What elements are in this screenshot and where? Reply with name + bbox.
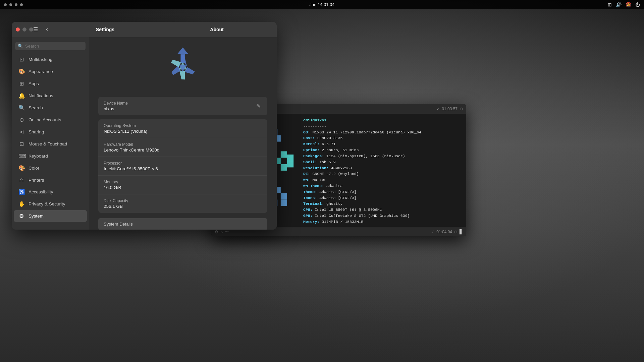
window-close-button[interactable] bbox=[16, 27, 20, 32]
window-minimize-button[interactable] bbox=[22, 27, 26, 32]
term-de-key: DE: bbox=[303, 172, 313, 176]
sidebar-item-label: Apps bbox=[29, 81, 39, 86]
term-packages-key: Packages: bbox=[303, 154, 326, 158]
search-input[interactable] bbox=[25, 44, 83, 49]
device-name-section: Device Name nixos ✎ bbox=[98, 97, 267, 115]
terminal-tab-right: ✓ 01:03:57 ⊙ bbox=[436, 107, 463, 111]
os-label: Operating System bbox=[104, 123, 147, 128]
sidebar-item-online-accounts[interactable]: ⊙ Online Accounts bbox=[14, 114, 87, 126]
sidebar-item-mouse-touchpad[interactable]: ⊡ Mouse & Touchpad bbox=[14, 138, 87, 150]
apps-icon: ⊞ bbox=[18, 80, 24, 87]
edit-device-name-button[interactable]: ✎ bbox=[255, 102, 262, 111]
hamburger-menu-button[interactable]: ☰ bbox=[33, 26, 38, 33]
topbar: Jan 14 01:04 ⊞ 🔊 🔕 ⏻ bbox=[0, 0, 644, 9]
multitasking-icon: ⊡ bbox=[18, 56, 24, 63]
os-value: NixOS 24.11 (Vicuna) bbox=[104, 129, 147, 134]
device-name-value: nixos bbox=[104, 106, 128, 111]
sidebar-item-appearance[interactable]: 🎨 Appearance bbox=[14, 66, 87, 77]
term-wmtheme-key: WM Theme: bbox=[303, 184, 326, 188]
hardware-value: Lenovo ThinkCentre M920q bbox=[104, 147, 159, 153]
window-controls bbox=[16, 27, 33, 32]
sidebar-item-notifications[interactable]: 🔔 Notifications bbox=[14, 90, 87, 102]
power-icon[interactable]: ⏻ bbox=[635, 2, 640, 7]
term-icons-key: Icons: bbox=[303, 196, 319, 200]
window-maximize-button[interactable] bbox=[29, 27, 33, 32]
terminal-time-1: 01:03:57 bbox=[442, 107, 458, 111]
sidebar-item-printers[interactable]: 🖨 Printers bbox=[14, 174, 87, 186]
search-icon: 🔍 bbox=[18, 44, 23, 49]
settings-body: 🔍 ⊡ Multitasking 🎨 Appearance ⊞ Apps 🔔 N… bbox=[12, 37, 277, 230]
svg-rect-24 bbox=[281, 151, 287, 158]
term-resolution-val: 4096x2160 bbox=[331, 166, 352, 170]
topbar-left bbox=[4, 3, 23, 6]
memory-label: Memory bbox=[104, 180, 121, 184]
sidebar-item-label: Appearance bbox=[29, 69, 53, 74]
sidebar-item-sharing[interactable]: ⊲ Sharing bbox=[14, 126, 87, 138]
system-info-section: Operating System NixOS 24.11 (Vicuna) Ha… bbox=[98, 119, 267, 213]
settings-window: ☰ ‹ Settings About 🔍 ⊡ Multitasking 🎨 Ap… bbox=[12, 22, 277, 230]
check-icon: ✓ bbox=[436, 107, 440, 111]
sharing-icon: ⊲ bbox=[18, 129, 24, 135]
notifications-icon: 🔔 bbox=[18, 93, 24, 99]
clock-bottom-icon: ⊙ bbox=[454, 230, 458, 234]
term-wm-val: Mutter bbox=[313, 178, 326, 182]
gear-bottom-icon: ⚙ bbox=[215, 230, 218, 234]
term-cpu-key: CPU: bbox=[303, 207, 315, 212]
sidebar-item-label: Privacy & Security bbox=[29, 201, 65, 206]
sidebar-item-accessibility[interactable]: ♿ Accessibility bbox=[14, 186, 87, 198]
svg-rect-25 bbox=[287, 161, 293, 167]
keyboard-icon: ⌨ bbox=[18, 153, 24, 159]
term-shell-key: Shell: bbox=[303, 160, 319, 164]
device-name-row: Device Name nixos ✎ bbox=[98, 97, 267, 115]
term-uptime-key: Uptime: bbox=[303, 148, 322, 152]
sidebar-item-label: Notifications bbox=[29, 93, 53, 98]
term-packages-val: 1124 (nix-system), 1566 (nix-user) bbox=[326, 154, 405, 158]
settings-sidebar: 🔍 ⊡ Multitasking 🎨 Appearance ⊞ Apps 🔔 N… bbox=[12, 37, 89, 230]
privacy-icon: ✋ bbox=[18, 201, 24, 207]
term-kernel-val: 6.6.71 bbox=[322, 142, 335, 146]
sidebar-item-label: Accessibility bbox=[29, 189, 53, 194]
bell-icon[interactable]: 🔕 bbox=[626, 2, 631, 7]
network-icon[interactable]: ⊞ bbox=[608, 2, 612, 7]
sidebar-item-search[interactable]: 🔍 Search bbox=[14, 102, 87, 114]
settings-main-content: Device Name nixos ✎ Operating System Nix… bbox=[89, 37, 277, 230]
sidebar-item-color[interactable]: 🎨 Color bbox=[14, 162, 87, 174]
sidebar-item-label: System bbox=[29, 214, 44, 219]
settings-titlebar: ☰ ‹ Settings About bbox=[12, 22, 277, 37]
hardware-row: Hardware Model Lenovo ThinkCentre M920q bbox=[98, 138, 267, 157]
topbar-dot-2 bbox=[9, 3, 12, 6]
terminal-time-2: 01:04:04 bbox=[436, 230, 452, 234]
term-uptime-val: 2 hours, 51 mins bbox=[322, 148, 359, 152]
device-name-info: Device Name nixos bbox=[104, 101, 128, 111]
term-host-val: LENOVO 3136 bbox=[317, 136, 342, 140]
term-de-val: GNOME 47.2 (Wayland) bbox=[313, 172, 359, 176]
term-wmtheme-val: Adwaita bbox=[326, 184, 342, 188]
sidebar-item-keyboard[interactable]: ⌨ Keyboard bbox=[14, 150, 87, 162]
topbar-dot-1 bbox=[4, 3, 7, 6]
system-details-button[interactable]: System Details bbox=[98, 218, 267, 230]
separator-display: ---------- bbox=[303, 124, 326, 128]
terminal-cursor: ▋ bbox=[460, 229, 463, 234]
term-icons-val: Adwaita [GTK2/3] bbox=[319, 196, 356, 200]
volume-icon[interactable]: 🔊 bbox=[616, 2, 622, 7]
back-button[interactable]: ‹ bbox=[46, 26, 48, 33]
term-cpu-val: Intel i5-8500T (6) @ 3.500GHz bbox=[315, 207, 382, 212]
term-theme-val: Adwaita [GTK2/3] bbox=[319, 190, 356, 194]
memory-row: Memory 16.0 GiB bbox=[98, 176, 267, 194]
hardware-label: Hardware Model bbox=[104, 142, 159, 147]
processor-value: Intel® Core™ i5-8500T × 6 bbox=[104, 166, 158, 171]
sidebar-item-apps[interactable]: ⊞ Apps bbox=[14, 78, 87, 89]
disk-row: Disk Capacity 256.1 GB bbox=[98, 194, 267, 213]
sidebar-search-box[interactable]: 🔍 bbox=[15, 42, 86, 50]
topbar-dot-3 bbox=[15, 3, 17, 6]
nixos-logo-area bbox=[98, 45, 267, 89]
svg-rect-26 bbox=[281, 164, 287, 170]
sidebar-item-privacy-security[interactable]: ✋ Privacy & Security bbox=[14, 198, 87, 210]
search-nav-icon: 🔍 bbox=[18, 105, 24, 111]
sidebar-item-system[interactable]: ⚙ System bbox=[14, 210, 87, 222]
sidebar-item-multitasking[interactable]: ⊡ Multitasking bbox=[14, 54, 87, 65]
sidebar-item-label: Search bbox=[29, 105, 43, 110]
color-icon: 🎨 bbox=[18, 165, 24, 171]
online-accounts-icon: ⊙ bbox=[18, 117, 24, 123]
mouse-icon: ⊡ bbox=[18, 141, 24, 147]
